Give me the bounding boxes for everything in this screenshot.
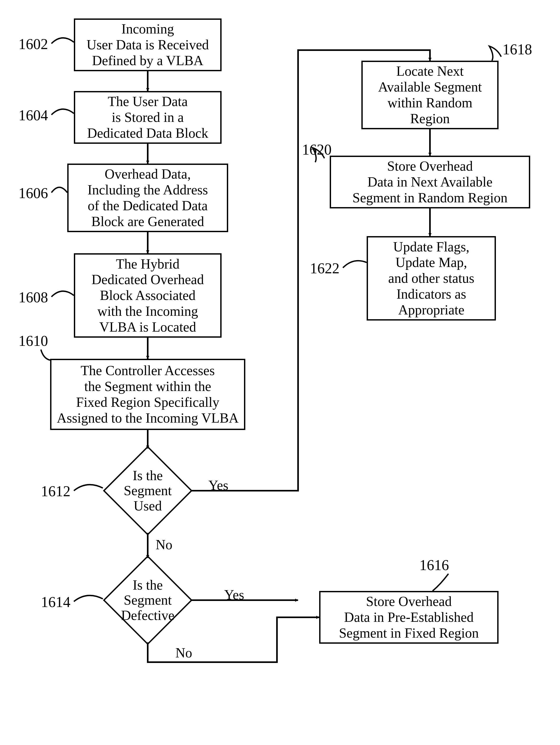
node-1610: The Controller Accesses the Segment with… (50, 359, 245, 430)
node-1606-text: Overhead Data, Including the Address of … (88, 166, 208, 229)
node-1618: Locate Next Available Segment within Ran… (361, 61, 498, 129)
node-1622: Update Flags, Update Map, and other stat… (367, 236, 496, 321)
no-1614: No (175, 645, 192, 660)
node-1612-text: Is the Segment Used (124, 468, 172, 513)
node-1614-text: Is the Segment Defective (121, 578, 174, 623)
node-1602: Incoming User Data is Received Defined b… (74, 19, 222, 71)
node-1616: Store Overhead Data in Pre-Established S… (319, 591, 498, 644)
label-1612: 1612 (41, 483, 70, 500)
label-1614: 1614 (41, 593, 70, 611)
label-1610: 1610 (19, 332, 48, 349)
node-1610-text: The Controller Accesses the Segment with… (57, 363, 238, 426)
label-1618: 1618 (502, 41, 532, 58)
yes-1612: Yes (208, 478, 228, 493)
node-1602-text: Incoming User Data is Received Defined b… (87, 21, 209, 68)
label-1622: 1622 (310, 260, 339, 277)
node-1612: Is the Segment Used (103, 446, 193, 536)
node-1606: Overhead Data, Including the Address of … (67, 164, 228, 232)
yes-1614: Yes (224, 587, 244, 603)
node-1604: The User Data is Stored in a Dedicated D… (74, 91, 222, 144)
node-1608: The Hybrid Dedicated Overhead Block Asso… (74, 253, 222, 338)
label-1616: 1616 (419, 557, 449, 574)
node-1604-text: The User Data is Stored in a Dedicated D… (87, 94, 208, 141)
node-1616-text: Store Overhead Data in Pre-Established S… (339, 593, 479, 641)
label-1606: 1606 (19, 185, 48, 201)
node-1620-text: Store Overhead Data in Next Available Se… (353, 158, 507, 205)
node-1608-text: The Hybrid Dedicated Overhead Block Asso… (92, 256, 204, 335)
node-1618-text: Locate Next Available Segment within Ran… (378, 63, 482, 126)
label-1608: 1608 (19, 289, 48, 306)
node-1622-text: Update Flags, Update Map, and other stat… (388, 239, 474, 318)
node-1620: Store Overhead Data in Next Available Se… (330, 156, 530, 208)
label-1604: 1604 (19, 107, 48, 124)
label-1620: 1620 (302, 141, 332, 158)
no-1612: No (156, 537, 172, 552)
node-1614: Is the Segment Defective (103, 555, 193, 645)
label-1602: 1602 (19, 36, 48, 53)
